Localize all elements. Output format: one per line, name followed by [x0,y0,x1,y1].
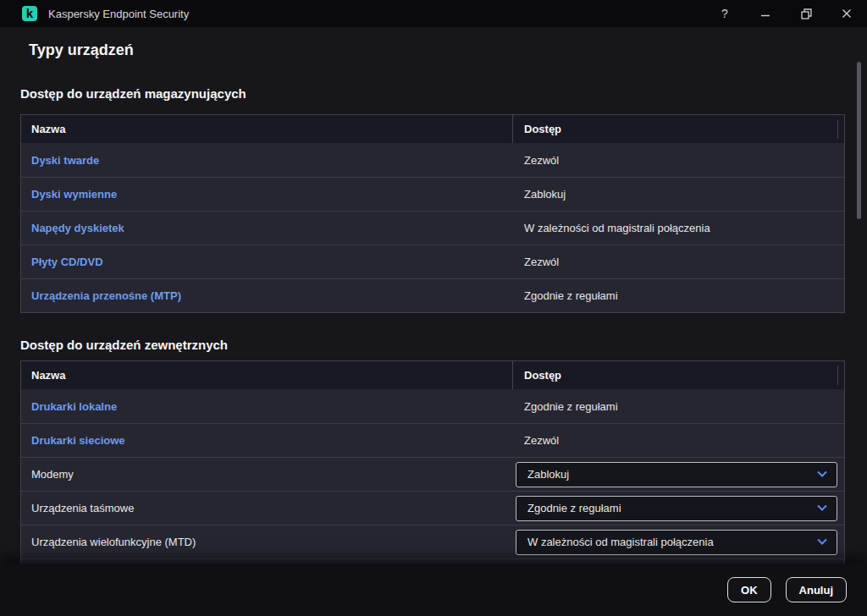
table-header: Nazwa Dostęp [21,361,844,389]
app-title: Kaspersky Endpoint Security [48,8,189,20]
table-row: Płyty CD/DVDZezwól [21,245,844,278]
table-row: Urządzenia taśmoweZgodnie z regułami [21,491,844,525]
device-type-link[interactable]: Dyski wymienne [21,188,513,201]
device-type-link[interactable]: Drukarki sieciowe [21,434,513,447]
column-header-access: Dostęp [513,115,844,143]
table-row: Urządzenia wielofunkcyjne (MTD)W zależno… [21,525,844,558]
dropdown-value: W zależności od magistrali połączenia [527,536,714,548]
column-header-access: Dostęp [513,361,844,389]
table-row: Dyski twardeZezwól [21,143,844,177]
column-header-name: Nazwa [21,361,513,389]
table-row: Drukarki siecioweZezwól [21,423,844,457]
dropdown-value: Zgodnie z regułami [527,502,621,514]
access-cell: Zgodnie z regułami [513,496,844,521]
cancel-button[interactable]: Anuluj [786,577,847,602]
table-header: Nazwa Dostęp [21,115,844,143]
device-type-label: Urządzenia wielofunkcyjne (MTD) [21,536,513,548]
dialog-content: Typy urządzeń Dostęp do urządzeń magazyn… [0,27,867,564]
dropdown-value: Zablokuj [527,468,569,481]
access-value: Zezwól [513,434,844,447]
section-external-devices: Dostęp do urządzeń zewnętrznych Nazwa Do… [20,338,845,564]
access-dropdown[interactable]: Zablokuj [516,462,837,487]
access-value: Zezwól [513,256,844,268]
window-controls: ? [704,0,867,27]
close-icon[interactable] [826,0,867,27]
device-type-link[interactable]: Drukarki lokalne [21,400,513,413]
title-bar: k Kaspersky Endpoint Security ? [0,0,867,27]
access-value: Zgodnie z regułami [513,289,844,302]
chevron-down-icon [817,535,826,544]
chevron-down-icon [817,467,826,476]
device-type-label: Urządzenia taśmowe [21,502,513,514]
chevron-down-icon [817,501,826,510]
device-type-label: Modemy [21,468,513,481]
access-cell: Zablokuj [513,462,844,487]
access-value: W zależności od magistrali połączenia [513,222,844,234]
page-title: Typy urządzeń [29,41,845,59]
kaspersky-logo: k [22,6,37,21]
access-value: Zezwól [513,154,844,167]
storage-devices-table: Nazwa Dostęp Dyski twardeZezwólDyski wym… [20,114,845,313]
restore-icon[interactable] [786,0,826,27]
access-dropdown[interactable]: W zależności od magistrali połączenia [516,530,837,555]
access-dropdown[interactable]: Zgodnie z regułami [516,496,837,521]
table-row: Dyski wymienneZablokuj [21,177,844,211]
section-heading: Dostęp do urządzeń magazynujących [20,86,845,102]
section-storage-devices: Dostęp do urządzeń magazynujących Nazwa … [20,86,845,313]
minimize-icon[interactable] [745,0,786,27]
device-type-link[interactable]: Napędy dyskietek [21,222,513,234]
table-row: Urządzenia przenośne (MTP)Zgodnie z regu… [21,278,844,312]
table-row: Drukarki lokalneZgodnie z regułami [21,389,844,423]
help-icon[interactable]: ? [704,0,745,27]
table-row: Napędy dyskietekW zależności od magistra… [21,211,844,245]
ok-button[interactable]: OK [727,577,771,602]
column-header-name: Nazwa [21,115,513,143]
section-heading: Dostęp do urządzeń zewnętrznych [20,338,845,353]
vertical-scrollbar-thumb[interactable] [857,62,861,219]
table-row: ModemyZablokuj [21,457,844,491]
access-value: Zablokuj [513,188,844,201]
footer-bar: OK Anuluj [0,564,867,616]
access-value: Zgodnie z regułami [513,400,844,413]
access-cell: W zależności od magistrali połączenia [513,530,844,555]
device-type-link[interactable]: Dyski twarde [21,154,513,167]
external-devices-table: Nazwa Dostęp Drukarki lokalneZgodnie z r… [20,360,845,564]
device-type-link[interactable]: Płyty CD/DVD [21,256,513,268]
device-type-link[interactable]: Urządzenia przenośne (MTP) [21,289,513,302]
